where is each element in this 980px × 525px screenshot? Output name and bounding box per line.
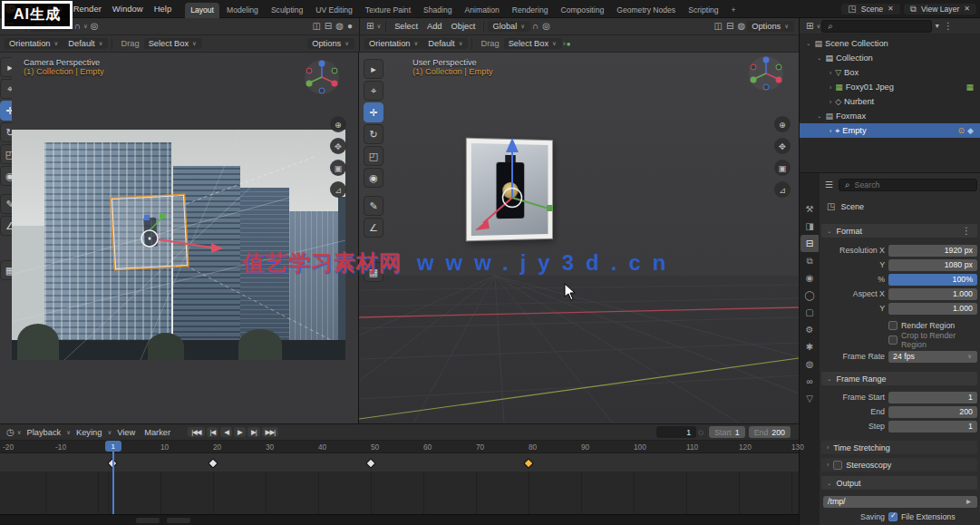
expand-icon[interactable]: ⌄ <box>817 112 821 120</box>
perspective-toggle-icon[interactable]: ⊿ <box>774 181 791 198</box>
tab-uv-editing[interactable]: UV Editing <box>310 3 358 18</box>
tab-texture-paint[interactable]: Texture Paint <box>360 3 416 18</box>
jump-to-end-button[interactable]: ▶▶| <box>262 427 278 437</box>
expand-icon[interactable]: ⌄ <box>817 54 821 62</box>
orientation-dropdown[interactable]: Global ∨ <box>488 21 530 32</box>
outliner-row-image[interactable]: › ▦ Foxy01 Jpeg ▦ <box>800 80 980 94</box>
expand-icon[interactable]: › <box>830 84 831 91</box>
outliner-row-nurbent[interactable]: › ◇ Nurbent <box>800 94 980 109</box>
outliner-search-input[interactable] <box>838 22 927 31</box>
expand-icon[interactable]: › <box>830 70 831 76</box>
collapse-icon[interactable]: › <box>827 444 829 451</box>
menu-playback[interactable]: Playback <box>23 428 66 437</box>
menu-window[interactable]: Window <box>107 4 149 14</box>
tab-animation[interactable]: Animation <box>460 3 505 18</box>
pan-hand-icon[interactable]: ✥ <box>330 138 346 154</box>
tool-measure[interactable]: ∠ <box>364 218 383 238</box>
aspect-x-field[interactable]: 1.000 <box>888 288 977 300</box>
close-icon[interactable]: ✕ <box>886 5 896 13</box>
orientation-setting-dropdown[interactable]: Orientation ∨ <box>5 38 63 49</box>
tool-scale[interactable]: ◰ <box>364 146 383 166</box>
active-tool-dropdown[interactable]: Select Box ∨ <box>144 38 202 49</box>
properties-tab-particles[interactable]: ✱ <box>800 338 819 355</box>
menu-object[interactable]: Object <box>447 22 480 31</box>
expand-icon[interactable]: › <box>830 99 831 105</box>
user-viewport[interactable]: ▸⌖✛↻◰◉✎∠▦ User Perspective (1) Collectio… <box>359 53 799 423</box>
tab-compositing[interactable]: Compositing <box>555 3 609 18</box>
properties-tab-constraints[interactable]: ∞ <box>800 373 819 390</box>
menu-help[interactable]: Help <box>149 4 178 14</box>
properties-tab-world[interactable]: ◯ <box>800 287 819 304</box>
section-menu-icon[interactable]: ⋮ <box>960 227 973 236</box>
options-dropdown[interactable]: Options ∨ <box>747 21 794 32</box>
outliner-row-box[interactable]: › ▽ Box <box>800 65 980 80</box>
editor-type-icon[interactable]: ⊞ <box>364 22 375 31</box>
navigation-gizmo[interactable] <box>747 54 785 92</box>
prev-keyframe-button[interactable]: |◀ <box>207 427 219 437</box>
menu-view[interactable]: View <box>112 428 140 437</box>
section-format[interactable]: ⌄ Format ⋮ <box>821 224 977 238</box>
menu-select[interactable]: Select <box>390 22 422 31</box>
camera-view-icon[interactable]: ▣ <box>330 160 346 176</box>
resolution-y-field[interactable]: 1080 px <box>888 259 977 271</box>
pan-hand-icon[interactable]: ✥ <box>774 138 791 154</box>
tool-rotate[interactable]: ↻ <box>364 124 383 144</box>
visibility-icon[interactable]: ⊙ <box>958 126 965 135</box>
tool-add-cube[interactable]: ▦ <box>364 262 383 282</box>
add-workspace-button[interactable]: + <box>726 3 742 18</box>
options-dropdown[interactable]: Options ∨ <box>307 38 354 49</box>
preset-dropdown[interactable]: Default ∨ <box>423 38 468 49</box>
camera-view-icon[interactable]: ▣ <box>774 160 791 176</box>
shading-solid-icon[interactable]: ◍ <box>735 22 747 31</box>
snap-magnet-icon[interactable]: ∩ <box>73 22 82 31</box>
tool-cursor[interactable]: ⌖ <box>364 81 383 101</box>
properties-tab-physics[interactable]: ◍ <box>800 355 819 373</box>
playhead[interactable]: 1 <box>105 441 121 515</box>
playhead-cap[interactable]: 1 <box>105 441 121 452</box>
tool-move[interactable]: ✛ <box>364 102 383 122</box>
outliner-row-collection[interactable]: ⌄ ▤ Collection <box>800 51 980 65</box>
next-keyframe-button[interactable]: ▶| <box>247 427 260 437</box>
snap-magnet-icon[interactable]: ∩ <box>530 22 540 31</box>
perspective-toggle-icon[interactable]: ⊿ <box>330 181 346 198</box>
outliner-row-scene-collection[interactable]: ⌄ ▤ Scene Collection <box>800 36 980 51</box>
tab-rendering[interactable]: Rendering <box>507 3 554 18</box>
properties-tab-view-layer[interactable]: ⧉ <box>800 252 819 269</box>
view-layer-selector[interactable]: ⧉ View Layer ✕ <box>904 4 976 15</box>
tab-scripting[interactable]: Scripting <box>683 3 723 18</box>
file-extensions-checkbox[interactable] <box>888 512 898 521</box>
frame-start-field[interactable]: 1 <box>888 392 977 403</box>
auto-keying-icon[interactable]: ◌ <box>696 428 705 437</box>
properties-tab-output[interactable]: ⊟ <box>800 235 819 252</box>
section-output[interactable]: ⌄ Output <box>821 476 977 490</box>
active-tool-dropdown[interactable]: Select Box ∨ <box>504 38 562 49</box>
crop-region-checkbox[interactable] <box>888 335 898 345</box>
move-gizmo[interactable] <box>445 125 581 261</box>
frame-end-field[interactable]: 200 <box>888 406 977 418</box>
preset-dropdown[interactable]: Default ∨ <box>63 38 108 49</box>
properties-tab-tool[interactable]: ⚒ <box>800 200 819 218</box>
outliner-search[interactable]: ⌕ <box>821 20 932 33</box>
chevron-right-icon[interactable]: › <box>563 39 566 48</box>
shading-solid-icon[interactable]: ◍ <box>334 22 345 31</box>
frame-step-field[interactable]: 1 <box>888 421 977 433</box>
properties-tab-scene[interactable]: ◉ <box>800 269 819 287</box>
resolution-x-field[interactable]: 1920 px <box>888 245 977 257</box>
filter-icon[interactable]: ▼ <box>932 23 942 29</box>
collapse-icon[interactable]: › <box>827 462 829 468</box>
close-icon[interactable]: ✕ <box>962 5 972 13</box>
show-gizmo-icon[interactable]: ◫ <box>310 22 322 31</box>
properties-search[interactable]: ⌕ <box>839 179 977 191</box>
section-time-stretching[interactable]: › Time Stretching <box>821 441 977 454</box>
zoom-icon[interactable]: ⊕ <box>774 116 791 132</box>
stereoscopy-checkbox[interactable] <box>833 461 842 470</box>
show-gizmo-icon[interactable]: ◫ <box>713 22 724 31</box>
expand-icon[interactable]: › <box>830 128 831 134</box>
tool-select-box[interactable]: ▸ <box>0 57 12 77</box>
section-frame-range[interactable]: ⌄ Frame Range <box>821 372 977 385</box>
play-reverse-button[interactable]: ◀ <box>220 427 232 437</box>
tool-cursor[interactable]: ⌖ <box>0 79 12 99</box>
image-data-icon[interactable]: ▦ <box>965 83 974 92</box>
collapse-icon[interactable]: ⌄ <box>827 228 831 235</box>
tab-shading[interactable]: Shading <box>418 3 458 18</box>
